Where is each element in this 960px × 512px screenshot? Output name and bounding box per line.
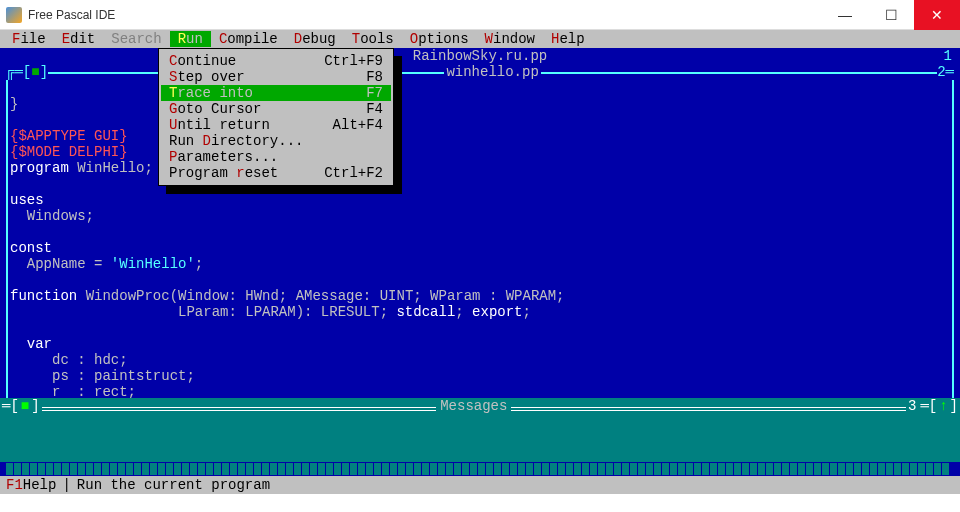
menu-search[interactable]: Search [103, 31, 169, 47]
menubar: FileEditSearchRunCompileDebugToolsOption… [0, 30, 960, 48]
run-menu-item[interactable]: Program resetCtrl+F2 [161, 165, 391, 181]
menu-debug[interactable]: Debug [286, 31, 344, 47]
statusbar: F1 Help | Run the current program [0, 476, 960, 494]
tab-number-1: 1 [944, 48, 952, 64]
code-line: dc : hdc; [10, 352, 128, 368]
status-separator: | [62, 477, 70, 493]
run-menu-item[interactable]: Parameters... [161, 149, 391, 165]
run-menu-item[interactable]: Step overF8 [161, 69, 391, 85]
code-keyword: var [10, 336, 52, 352]
menu-edit[interactable]: Edit [54, 31, 104, 47]
menu-compile[interactable]: Compile [211, 31, 286, 47]
code-directive: {$APPTYPE GUI} [10, 128, 128, 144]
run-menu-item[interactable]: ContinueCtrl+F9 [161, 53, 391, 69]
editor[interactable]: } {$APPTYPE GUI} {$MODE DELPHI} program … [6, 80, 954, 400]
code-line: ps : paintstruct; [10, 368, 195, 384]
menu-options[interactable]: Options [402, 31, 477, 47]
msg-up-icon[interactable]: ↑ [939, 398, 947, 414]
code-keyword: function [10, 288, 86, 304]
run-menu-dropdown: ContinueCtrl+F9Step overF8Trace intoF7Go… [158, 48, 394, 186]
messages-scrollbar[interactable] [0, 462, 960, 476]
code-directive: {$MODE DELPHI} [10, 144, 128, 160]
run-menu-item[interactable]: Trace intoF7 [161, 85, 391, 101]
messages-body[interactable] [0, 414, 960, 462]
run-menu-item[interactable]: Until returnAlt+F4 [161, 117, 391, 133]
messages-title: Messages [436, 398, 511, 414]
titlebar: Free Pascal IDE — ☐ ✕ [0, 0, 960, 30]
msg-close-icon[interactable]: ■ [21, 398, 29, 414]
editor-frame-top: ╔═[■] winhello.pp 2 ═ [6, 64, 954, 80]
menu-help[interactable]: Help [543, 31, 593, 47]
menu-window[interactable]: Window [477, 31, 543, 47]
status-fkey: F1 [6, 477, 23, 493]
status-help: Help [23, 477, 57, 493]
frame-close-icon[interactable]: ■ [31, 64, 39, 80]
code-ident: WinHello [77, 160, 144, 176]
workspace: RainbowSky.ru.pp 1 ╔═[■] winhello.pp 2 ═… [0, 48, 960, 494]
menu-tools[interactable]: Tools [344, 31, 402, 47]
menu-run[interactable]: Run [170, 31, 211, 47]
messages-panel: ═[■] Messages 3 ═[↑] [0, 398, 960, 476]
code-keyword: program [10, 160, 77, 176]
messages-count: 3 [906, 398, 918, 414]
app-icon [6, 7, 22, 23]
tab-number-2: 2 [937, 64, 945, 80]
tab-file-1[interactable]: RainbowSky.ru.pp [413, 48, 547, 64]
close-button[interactable]: ✕ [914, 0, 960, 30]
code-string: 'WinHello' [111, 256, 195, 272]
code-keyword: uses [10, 192, 44, 208]
tab-row-1: RainbowSky.ru.pp 1 [0, 48, 960, 64]
code-keyword: const [10, 240, 52, 256]
run-menu-item[interactable]: Goto CursorF4 [161, 101, 391, 117]
status-hint: Run the current program [77, 477, 270, 493]
code-line: Windows; [10, 208, 94, 224]
minimize-button[interactable]: — [822, 0, 868, 30]
code-line: } [10, 96, 18, 112]
maximize-button[interactable]: ☐ [868, 0, 914, 30]
menu-file[interactable]: File [4, 31, 54, 47]
window-title: Free Pascal IDE [28, 8, 822, 22]
run-menu-item[interactable]: Run Directory... [161, 133, 391, 149]
tab-file-2[interactable]: winhello.pp [444, 64, 540, 80]
